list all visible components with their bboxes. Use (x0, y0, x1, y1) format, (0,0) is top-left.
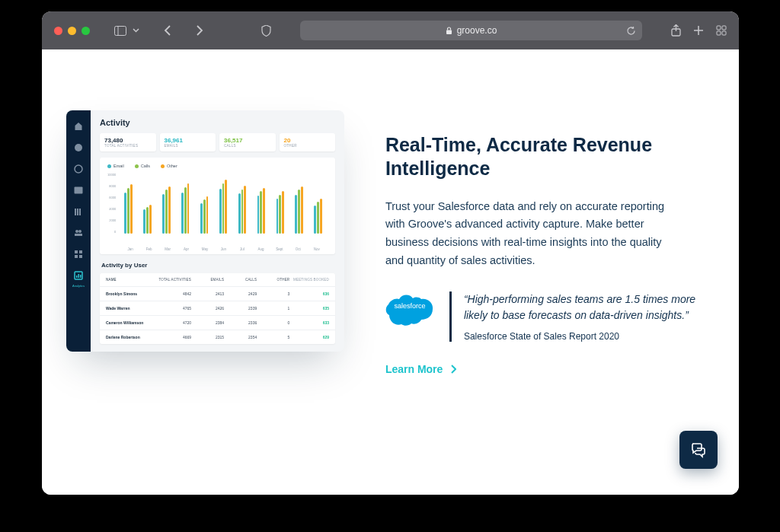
bar (149, 205, 152, 234)
svg-point-14 (75, 230, 78, 233)
bar-group (138, 173, 157, 234)
bar-group (232, 173, 251, 234)
share-icon[interactable] (671, 24, 681, 37)
stat-value: 20 (284, 137, 331, 144)
table-header-cell: TOTAL ACTIVITIES (158, 278, 191, 282)
y-tick: 6000 (107, 196, 116, 199)
table-cell: 2413 (191, 291, 224, 296)
stat-value: 73,480 (104, 137, 152, 144)
table-cell: 2426 (191, 306, 224, 311)
home-icon[interactable] (73, 121, 84, 132)
refresh-icon[interactable] (626, 26, 636, 36)
bar (257, 196, 260, 234)
sidebar-toggle-icon[interactable] (114, 26, 126, 36)
table-cell: 2384 (191, 320, 224, 325)
nav-back-icon[interactable] (164, 25, 171, 36)
bar (130, 184, 133, 234)
table-header-cell: MEETINGS BOOKED (289, 278, 329, 282)
table-cell: Wade Warren (106, 306, 158, 311)
svg-rect-12 (77, 209, 78, 215)
url-bar[interactable]: groove.co (300, 21, 642, 40)
svg-rect-6 (717, 31, 721, 35)
play-icon[interactable] (73, 142, 84, 153)
x-tick: Jul (233, 247, 251, 251)
tabs-grid-icon[interactable] (716, 25, 727, 36)
chevron-right-icon (450, 365, 456, 374)
table-row[interactable]: Cameron Williamson4720238423360633 (100, 316, 335, 330)
y-tick: 8000 (107, 184, 116, 188)
apps-icon[interactable] (73, 249, 84, 260)
svg-rect-10 (75, 187, 83, 194)
svg-rect-18 (79, 250, 82, 253)
cta-label: Learn More (385, 363, 443, 375)
close-window-button[interactable] (54, 27, 62, 35)
table-row[interactable]: Brooklyn Simons4842241324293636 (100, 287, 335, 301)
bar-group (119, 173, 138, 234)
compass-icon[interactable] (73, 164, 84, 174)
x-tick: May (196, 247, 214, 251)
new-tab-icon[interactable] (693, 25, 704, 36)
maximize-window-button[interactable] (82, 27, 90, 35)
bar-group (214, 173, 233, 234)
bar-group (308, 173, 328, 234)
bar (298, 190, 300, 234)
bar (219, 189, 222, 234)
stat-value: 36,517 (224, 137, 271, 144)
legend-email: Email (113, 164, 124, 168)
stat-label: CALLS (224, 144, 271, 148)
bar (241, 190, 244, 234)
salesforce-logo: salesforce (385, 291, 434, 327)
table-row[interactable]: Wade Warren4765242623391635 (100, 301, 335, 316)
table-row[interactable]: Darlene Robertson4669231523545629 (100, 330, 335, 344)
library-icon[interactable] (73, 206, 84, 217)
svg-point-8 (75, 144, 82, 151)
bar (203, 199, 206, 234)
bar (200, 203, 203, 234)
table-header-cell: NAME (106, 278, 158, 282)
legend-calls: Calls (141, 164, 150, 168)
stat-value: 36,961 (165, 137, 212, 144)
traffic-lights (54, 27, 90, 35)
table-header: NAMETOTAL ACTIVITIESEMAILSCALLSOTHERMEET… (100, 273, 335, 287)
stat-label: EMAILS (165, 144, 212, 148)
salesforce-label: salesforce (385, 302, 434, 310)
chat-icon (689, 441, 708, 459)
mail-icon[interactable] (73, 185, 84, 196)
y-tick: 0 (107, 230, 116, 234)
learn-more-link[interactable]: Learn More (385, 363, 701, 375)
chevron-down-icon[interactable] (133, 28, 139, 33)
panel-title: Activity (100, 118, 335, 127)
x-tick: Mar (158, 247, 177, 251)
table-header-cell: CALLS (224, 278, 257, 282)
svg-rect-20 (79, 255, 82, 258)
bar (282, 191, 284, 234)
bar (238, 193, 241, 234)
svg-rect-11 (75, 209, 76, 215)
table-cell: 1 (257, 306, 289, 311)
x-tick: Apr (177, 247, 195, 251)
shield-icon[interactable] (261, 25, 271, 37)
bar (187, 183, 190, 234)
table-cell: 4842 (158, 291, 191, 296)
table-cell: 3 (257, 291, 289, 296)
bar-group (251, 173, 270, 234)
bar-group (157, 173, 176, 234)
bar (320, 199, 322, 234)
nav-forward-icon[interactable] (196, 25, 203, 36)
bar (165, 190, 168, 234)
people-icon[interactable] (73, 228, 84, 238)
table-cell: 2315 (191, 335, 224, 339)
table-cell: 2429 (224, 291, 257, 296)
bar (225, 180, 227, 234)
chat-button[interactable] (679, 431, 718, 469)
table-cell: Darlene Robertson (106, 335, 158, 339)
table-cell: 2354 (224, 335, 257, 339)
analytics-icon[interactable] (73, 270, 84, 281)
table-header-cell: OTHER (257, 278, 289, 282)
bar-group (195, 173, 214, 234)
minimize-window-button[interactable] (68, 27, 76, 35)
lock-icon (446, 27, 452, 35)
svg-rect-4 (717, 26, 721, 30)
y-tick: 10000 (107, 173, 116, 177)
svg-rect-5 (722, 26, 726, 30)
